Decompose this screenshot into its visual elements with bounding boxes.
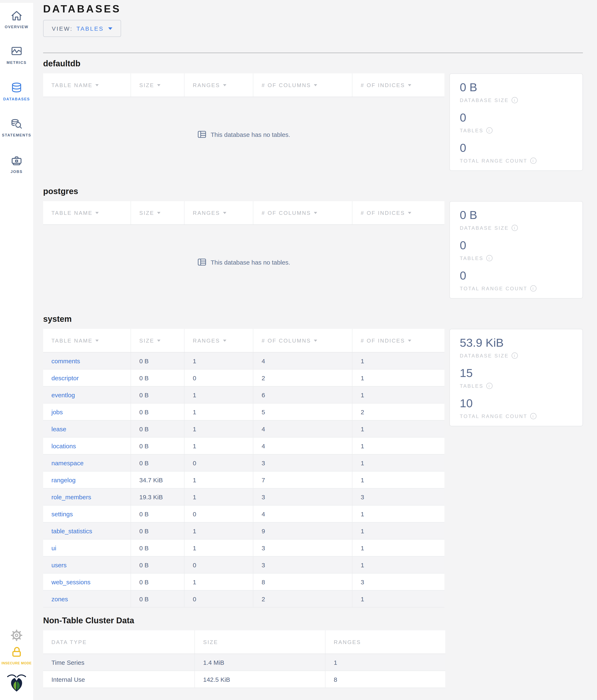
table-link[interactable]: comments: [51, 357, 80, 364]
database-icon: [0, 82, 33, 95]
column-header-size[interactable]: SIZE: [131, 73, 184, 97]
sort-caret-icon: [157, 340, 160, 342]
table-link[interactable]: zones: [51, 595, 68, 602]
table-link[interactable]: ui: [51, 544, 56, 551]
table-link[interactable]: users: [51, 561, 67, 568]
column-header-ranges[interactable]: RANGES: [184, 201, 253, 224]
stat-range-count: 0 TOTAL RANGE COUNTi: [460, 269, 573, 292]
cell-size: 142.5 KiB: [195, 671, 326, 688]
table-link[interactable]: jobs: [51, 408, 63, 415]
table-link[interactable]: namespace: [51, 459, 83, 466]
table-header-row: TABLE NAME SIZE RANGES # OF COLUMNS # OF…: [43, 201, 444, 225]
settings-button[interactable]: [0, 629, 33, 643]
sort-caret-icon: [408, 340, 411, 342]
section-title: Non-Table Cluster Data: [43, 616, 583, 625]
cell-ranges: 1: [184, 352, 253, 369]
info-icon[interactable]: i: [530, 285, 537, 292]
empty-state-message: This database has no tables.: [211, 131, 290, 138]
info-icon[interactable]: i: [512, 97, 518, 103]
cell-ranges: 0: [184, 556, 253, 573]
stat-database-size: 53.9 KiB DATABASE SIZEi: [460, 336, 573, 359]
cell-columns: 2: [253, 370, 353, 386]
cell-indices: 1: [353, 352, 444, 369]
table-link[interactable]: lease: [51, 425, 66, 432]
cell-ranges: 1: [184, 472, 253, 488]
column-header-indices[interactable]: # OF INDICES: [353, 73, 444, 97]
cell-indices: 1: [353, 556, 444, 573]
info-icon[interactable]: i: [486, 255, 493, 261]
column-header-table-name[interactable]: TABLE NAME: [43, 73, 131, 97]
cell-size: 1.4 MiB: [195, 654, 326, 671]
column-header-indices[interactable]: # OF INDICES: [353, 201, 444, 224]
table-link[interactable]: rangelog: [51, 476, 76, 483]
sidebar-item-metrics[interactable]: METRICS: [0, 45, 33, 65]
column-header-columns[interactable]: # OF COLUMNS: [253, 73, 353, 97]
info-icon[interactable]: i: [530, 157, 537, 164]
cell-columns: 3: [253, 454, 353, 471]
sidebar-item-databases[interactable]: DATABASES: [0, 82, 33, 101]
sort-caret-icon: [223, 84, 226, 86]
insecure-mode-indicator[interactable]: INSECURE MODE: [0, 646, 33, 665]
cell-name: role_members: [43, 489, 131, 505]
info-icon[interactable]: i: [486, 127, 493, 133]
cell-ranges: 0: [184, 505, 253, 522]
table-link[interactable]: role_members: [51, 493, 91, 500]
table-link[interactable]: locations: [51, 442, 76, 449]
info-icon[interactable]: i: [512, 225, 518, 231]
cell-size: 0 B: [131, 352, 184, 369]
table-header-row: TABLE NAME SIZE RANGES # OF COLUMNS # OF…: [43, 329, 444, 352]
table-link[interactable]: web_sessions: [51, 578, 90, 585]
cell-indices: 1: [353, 505, 444, 522]
column-header-table-name[interactable]: TABLE NAME: [43, 201, 131, 224]
column-header-ranges[interactable]: RANGES: [184, 73, 253, 97]
cell-ranges: 1: [326, 654, 445, 671]
cell-ranges: 1: [184, 421, 253, 437]
info-icon[interactable]: i: [512, 352, 518, 359]
table-row: web_sessions0 B183: [43, 574, 444, 591]
column-header-size[interactable]: SIZE: [131, 329, 184, 352]
table-grid-icon: [197, 257, 206, 267]
info-icon[interactable]: i: [530, 413, 537, 419]
table-link[interactable]: settings: [51, 510, 73, 517]
column-header-columns[interactable]: # OF COLUMNS: [253, 201, 353, 224]
sort-caret-icon: [314, 340, 317, 342]
table-link[interactable]: table_statistics: [51, 527, 92, 534]
sidebar-item-jobs[interactable]: JOBS: [0, 154, 33, 174]
stat-database-size: 0 B DATABASE SIZEi: [460, 80, 573, 103]
sidebar-item-label: DATABASES: [0, 97, 33, 101]
cell-indices: 1: [353, 540, 444, 556]
sidebar-item-label: JOBS: [0, 170, 33, 174]
column-header-table-name[interactable]: TABLE NAME: [43, 329, 131, 352]
table-row: rangelog34.7 KiB171: [43, 472, 444, 489]
table-link[interactable]: eventlog: [51, 391, 75, 398]
view-dropdown[interactable]: VIEW: TABLES: [43, 20, 121, 37]
table-row: role_members19.3 KiB133: [43, 489, 444, 505]
cell-name: jobs: [43, 403, 131, 420]
table-link[interactable]: descriptor: [51, 374, 79, 381]
databases-page: OVERVIEW METRICS DATABASES: [0, 3, 597, 700]
cell-name: users: [43, 556, 131, 573]
column-header-size[interactable]: SIZE: [131, 201, 184, 224]
cell-type: Internal Use: [43, 671, 195, 688]
cell-ranges: 1: [184, 523, 253, 539]
cell-name: zones: [43, 591, 131, 607]
cell-name: descriptor: [43, 370, 131, 386]
column-header-indices[interactable]: # OF INDICES: [353, 329, 444, 352]
stat-range-count: 10 TOTAL RANGE COUNTi: [460, 396, 573, 419]
cell-columns: 6: [253, 386, 353, 403]
table-row: descriptor0 B021: [43, 370, 444, 386]
cell-indices: 1: [353, 454, 444, 471]
sidebar-item-statements[interactable]: STATEMENTS: [0, 118, 33, 137]
table-body: comments0 B141descriptor0 B021eventlog0 …: [43, 352, 444, 607]
cell-ranges: 1: [184, 403, 253, 420]
cell-ranges: 1: [184, 438, 253, 454]
sidebar-item-overview[interactable]: OVERVIEW: [0, 9, 33, 29]
empty-state: This database has no tables.: [43, 225, 444, 299]
column-header-columns[interactable]: # OF COLUMNS: [253, 329, 353, 352]
info-icon[interactable]: i: [486, 383, 493, 389]
cell-size: 0 B: [131, 421, 184, 437]
cell-ranges: 1: [184, 540, 253, 556]
cell-indices: 3: [353, 574, 444, 590]
column-header-ranges[interactable]: RANGES: [184, 329, 253, 352]
cell-size: 0 B: [131, 386, 184, 403]
